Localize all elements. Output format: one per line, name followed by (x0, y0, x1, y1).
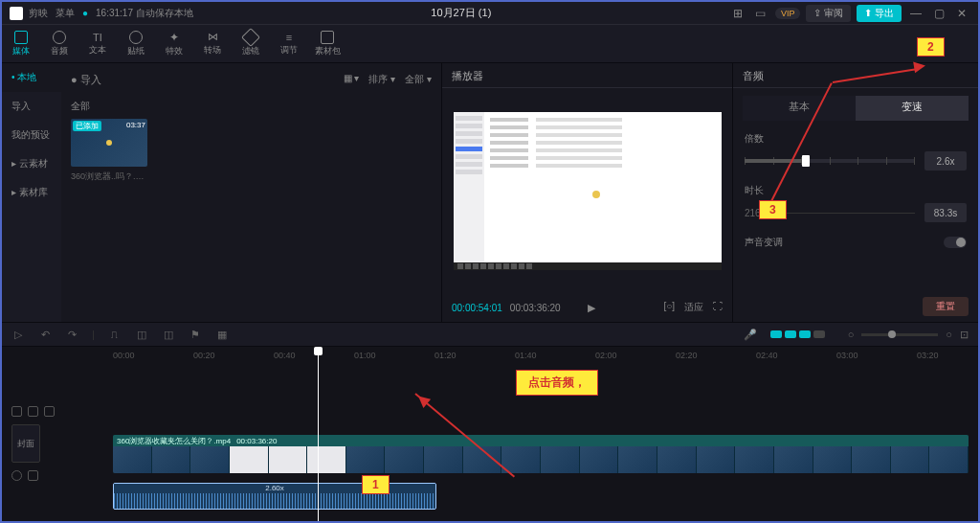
view-grid-icon[interactable]: ▦ ▾ (344, 73, 360, 86)
duration-value[interactable]: 83.3s (924, 203, 967, 222)
play-button[interactable]: ▶ (588, 302, 595, 314)
playhead[interactable] (318, 347, 319, 521)
sidebar-cloud[interactable]: ▸ 云素材 (2, 149, 61, 178)
tool-transition[interactable]: ⋈转场 (193, 25, 232, 63)
fullframe-icon[interactable]: [○] (663, 301, 675, 314)
media-sidebar: • 本地 导入 我的预设 ▸ 云素材 ▸ 素材库 (2, 63, 61, 322)
tab-speed[interactable]: 变速 (856, 96, 969, 121)
tool-pack[interactable]: 素材包 (308, 25, 346, 63)
tool-filter[interactable]: 滤镜 (232, 25, 270, 63)
media-all-label: 全部 (71, 100, 432, 113)
tool-sticker[interactable]: 贴纸 (117, 25, 155, 63)
sidebar-local[interactable]: • 本地 (2, 63, 61, 92)
undo-icon[interactable]: ↶ (38, 328, 52, 341)
zoom-in-icon[interactable]: ○ (946, 329, 952, 340)
added-badge: 已添加 (73, 121, 101, 131)
thumb-duration: 03:37 (126, 121, 145, 129)
project-title: 10月27日 (1) (193, 6, 729, 20)
pitch-label: 声音变调 (745, 236, 783, 249)
close-icon[interactable]: ✕ (953, 5, 970, 22)
cut-right-icon[interactable]: ◫ (162, 328, 175, 341)
titlebar: 剪映 菜单 ● 16:31:17 自动保存本地 10月27日 (1) ⊞ ▭ V… (2, 2, 978, 25)
timeline-toolbar: ▷ ↶ ↷ | ⎍ ◫ ◫ ⚑ ▦ 🎤 ○ ○ ⊡ (2, 322, 978, 347)
audio-clip[interactable]: 2.60x (113, 483, 436, 510)
menu-dropdown[interactable]: 菜单 (56, 7, 75, 20)
expand-icon[interactable]: ⛶ (713, 301, 723, 314)
import-button[interactable]: ● 导入 (71, 73, 101, 87)
sidebar-stock[interactable]: ▸ 素材库 (2, 178, 61, 207)
minimize-icon[interactable]: — (907, 5, 924, 22)
media-thumbnail[interactable]: 已添加 03:37 360浏览器..吗？.mp4 (71, 119, 147, 183)
app-name: 剪映 (29, 7, 48, 20)
thumb-filename: 360浏览器..吗？.mp4 (71, 171, 147, 183)
track-lock-toggle[interactable] (11, 406, 98, 417)
time-total: 00:03:36:20 (510, 303, 561, 313)
speed-label: 倍数 (745, 132, 967, 146)
sort-dropdown[interactable]: 排序 ▾ (368, 73, 395, 86)
mic-icon[interactable]: 🎤 (744, 328, 757, 341)
cover-button[interactable]: 封面 (11, 424, 40, 463)
export-button[interactable]: ⬆ 导出 (857, 5, 902, 22)
tool-effects[interactable]: ✦特效 (155, 25, 193, 63)
ratio-button[interactable]: 适应 (684, 301, 703, 314)
thumb-marker-icon (106, 140, 112, 146)
select-tool-icon[interactable]: ▷ (11, 328, 25, 341)
zoom-fit-icon[interactable]: ⊡ (960, 329, 969, 341)
tool-tabs: 媒体 音频 TI文本 贴纸 ✦特效 ⋈转场 滤镜 ≡调节 素材包 (2, 25, 978, 63)
cut-left-icon[interactable]: ◫ (135, 328, 148, 341)
speed-value[interactable]: 2.6x (924, 151, 967, 171)
pitch-toggle[interactable] (944, 237, 967, 248)
timeline[interactable]: 00:00 00:20 00:40 01:00 01:20 01:40 02:0… (2, 347, 978, 521)
redo-icon[interactable]: ↷ (65, 328, 78, 341)
zoom-out-icon[interactable]: ○ (848, 329, 855, 340)
sidebar-import[interactable]: 导入 (2, 92, 61, 121)
review-button[interactable]: ⇪ 审阅 (806, 5, 851, 22)
timeline-ruler[interactable]: 00:00 00:20 00:40 01:00 01:20 01:40 02:0… (2, 347, 978, 366)
audio-track-toggle[interactable] (11, 470, 98, 481)
audio-panel-title: 音频 (733, 63, 978, 88)
flag-icon[interactable]: ⚑ (189, 328, 202, 341)
layout2-icon[interactable]: ▭ (752, 5, 769, 22)
audio-clip-speed: 2.60x (114, 484, 435, 493)
autosave-status: 16:31:17 自动保存本地 (96, 7, 193, 20)
app-logo (10, 7, 23, 20)
tool-media[interactable]: 媒体 (2, 25, 40, 63)
tool-audio[interactable]: 音频 (40, 25, 78, 63)
reset-button[interactable]: 重置 (923, 297, 969, 316)
split-icon[interactable]: ⎍ (108, 328, 122, 341)
video-clip[interactable]: 360浏览器收藏夹怎么关闭？.mp400:03:36:20 (113, 435, 969, 473)
tool-adjust[interactable]: ≡调节 (270, 25, 308, 63)
zoom-slider[interactable] (861, 333, 938, 336)
player-title: 播放器 (442, 63, 732, 88)
layout-icon[interactable]: ⊞ (729, 5, 746, 22)
filter-dropdown[interactable]: 全部 ▾ (405, 73, 432, 86)
duration-orig: 216.7s (745, 208, 773, 218)
preview-canvas[interactable] (442, 88, 732, 293)
sidebar-preset[interactable]: 我的预设 (2, 121, 61, 149)
time-current: 00:00:54:01 (452, 303, 502, 313)
vip-badge[interactable]: VIP (775, 8, 801, 19)
speed-slider[interactable] (745, 159, 915, 163)
track-color-buttons[interactable] (770, 330, 825, 338)
grid-icon[interactable]: ▦ (215, 328, 229, 341)
maximize-icon[interactable]: ▢ (930, 5, 947, 22)
tab-basic[interactable]: 基本 (743, 96, 856, 121)
tool-text[interactable]: TI文本 (78, 25, 117, 63)
